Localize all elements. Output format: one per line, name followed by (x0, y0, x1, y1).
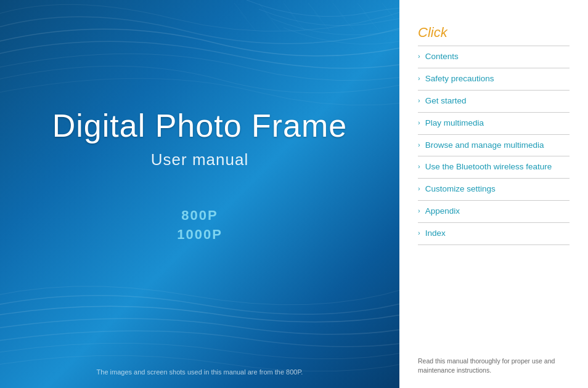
nav-item-3[interactable]: ›Play multimedia (418, 113, 570, 135)
nav-item-label: Get started (425, 95, 467, 107)
nav-arrow-icon: › (418, 119, 420, 126)
nav-item-6[interactable]: ›Customize settings (418, 179, 570, 201)
model-numbers: 800P 1000P (177, 206, 223, 245)
bottom-note: The images and screen shots used in this… (0, 368, 399, 376)
nav-item-label: Contents (425, 51, 459, 63)
nav-arrow-icon: › (418, 141, 420, 148)
nav-arrow-icon: › (418, 185, 420, 192)
nav-item-label: Safety precautions (425, 73, 494, 85)
nav-arrow-icon: › (418, 75, 420, 82)
product-subtitle: User manual (151, 150, 248, 169)
nav-item-0[interactable]: ›Contents (418, 46, 570, 68)
nav-item-7[interactable]: ›Appendix (418, 201, 570, 223)
nav-item-8[interactable]: ›Index (418, 223, 570, 245)
nav-item-2[interactable]: ›Get started (418, 91, 570, 113)
product-title: Digital Photo Frame (52, 107, 348, 144)
left-panel: Digital Photo Frame User manual 800P 100… (0, 0, 399, 388)
nav-arrow-icon: › (418, 52, 420, 60)
nav-list: ›Contents›Safety precautions›Get started… (418, 46, 570, 347)
nav-item-label: Browse and manage multimedia (425, 140, 544, 152)
nav-arrow-icon: › (418, 229, 420, 236)
nav-arrow-icon: › (418, 207, 420, 214)
nav-item-label: Play multimedia (425, 118, 484, 129)
nav-arrow-icon: › (418, 97, 420, 104)
nav-arrow-icon: › (418, 163, 420, 170)
nav-item-label: Customize settings (425, 184, 496, 195)
model-1000p: 1000P (177, 225, 223, 245)
nav-item-label: Appendix (425, 206, 460, 217)
nav-item-label: Index (425, 228, 446, 240)
left-content: Digital Photo Frame User manual 800P 100… (0, 0, 399, 388)
nav-item-label: Use the Bluetooth wireless feature (425, 161, 552, 173)
nav-item-1[interactable]: ›Safety precautions (418, 68, 570, 91)
right-panel: Click ›Contents›Safety precautions›Get s… (399, 0, 588, 388)
nav-item-5[interactable]: ›Use the Bluetooth wireless feature (418, 156, 570, 179)
click-heading: Click (418, 25, 570, 41)
footer-note: Read this manual thoroughly for proper u… (418, 357, 570, 376)
model-800p: 800P (177, 206, 223, 225)
nav-item-4[interactable]: ›Browse and manage multimedia (418, 135, 570, 157)
